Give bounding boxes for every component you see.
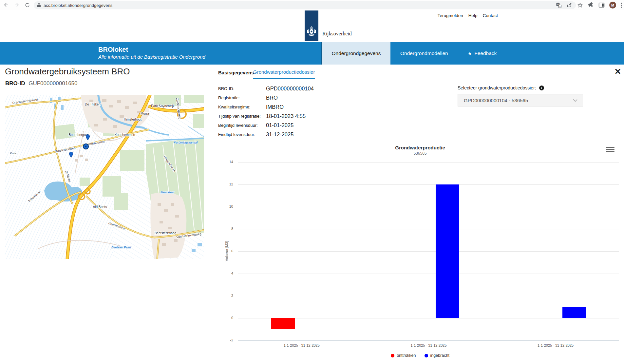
y-tick-label: 0 <box>218 316 233 320</box>
kebab-menu-icon[interactable] <box>621 3 622 8</box>
rijksoverheid-crest-icon <box>305 10 318 41</box>
tab-basisgegevens[interactable]: Basisgegevens <box>218 66 254 79</box>
detail-fields: BRO-ID:GPD000000000104Registratie:BROKwa… <box>218 84 314 139</box>
info-icon[interactable]: i <box>539 86 544 90</box>
translate-icon[interactable]: A a <box>556 2 562 8</box>
field-value: 31-12-2025 <box>266 131 293 138</box>
brand-block[interactable]: BROloket Alle informatie uit de Basisreg… <box>98 46 205 60</box>
map-label: Beetster Feart <box>111 245 131 249</box>
map-label: Park Suyderwijk <box>151 104 175 108</box>
bar-ingebracht[interactable] <box>436 184 459 318</box>
legend-marker-icon <box>391 354 394 357</box>
nav-item-ondergrondmodellen[interactable]: Ondergrondmodellen <box>390 42 458 65</box>
field-row: Eindtijd levensduur:31-12-2025 <box>218 130 314 139</box>
close-button[interactable]: ✕ <box>613 66 623 77</box>
legend-label: onttrokken <box>397 353 416 358</box>
chart-title: Grondwaterproductie <box>216 145 624 150</box>
field-value: BRO <box>266 95 278 101</box>
dossier-select[interactable]: GPD000000000104 - 536565 <box>458 94 583 106</box>
y-tick-label: -2 <box>218 338 233 342</box>
star-icon: ★ <box>468 51 472 56</box>
field-label: Kwaliteitsregime: <box>218 105 266 109</box>
field-row: Registratie:BRO <box>218 93 314 102</box>
back-button[interactable] <box>2 1 10 9</box>
site-header: Rijksoverheid TerugmeldenHelpContact <box>0 10 624 42</box>
logo-wordmark: Rijksoverheid <box>322 31 352 37</box>
reload-button[interactable] <box>23 1 31 9</box>
gridline <box>238 274 619 274</box>
chart-legend: onttrokkeningebracht <box>216 353 624 358</box>
y-tick-label: 10 <box>218 204 233 208</box>
field-label: Begintijd levensduur: <box>218 123 266 128</box>
nav-item-ondergrondgegevens[interactable]: Ondergrondgegevens <box>321 42 390 65</box>
nav-item-label: Ondergrondmodellen <box>400 50 448 56</box>
gridline <box>238 229 619 229</box>
y-tick-label: 8 <box>218 227 233 231</box>
map-label: Boornbergum <box>69 133 89 137</box>
header-links: TerugmeldenHelpContact <box>438 13 498 18</box>
map-label: Ferbiningskanaal <box>174 141 198 144</box>
field-label: Registratie: <box>218 95 266 100</box>
forward-button[interactable] <box>12 1 21 9</box>
extensions-puzzle-icon[interactable] <box>588 2 594 8</box>
map-label: Krite <box>10 151 16 155</box>
map-label: Morra <box>141 112 149 115</box>
y-tick-label: 12 <box>218 182 233 186</box>
field-value: 18-01-2023 4:55 <box>266 113 306 119</box>
header-link-terugmelden[interactable]: Terugmelden <box>438 13 463 18</box>
field-row: BRO-ID:GPD000000000104 <box>218 84 314 93</box>
y-tick-label: 4 <box>218 271 233 275</box>
bro-id-value: GUF000000001650 <box>28 80 77 86</box>
reload-icon <box>25 2 30 8</box>
section-divider <box>216 140 619 140</box>
detail-tabs: BasisgegevensGrondwaterproductiedossier <box>216 66 624 79</box>
field-value: IMBRO <box>266 104 284 110</box>
navbar-menu: OndergrondgegevensOndergrondmodellen★Fee… <box>321 42 506 65</box>
share-icon[interactable] <box>566 2 573 8</box>
x-axis-line <box>238 340 619 341</box>
browser-toolbar: acc.broloket.nl/ondergrondgegevens A a <box>0 0 624 10</box>
map-label: De Trisken <box>85 103 101 106</box>
page: acc.broloket.nl/ondergrondgegevens A a <box>0 0 624 364</box>
legend-item-onttrokken[interactable]: onttrokken <box>391 353 416 358</box>
grondwaterproductie-chart: Grondwaterproductie 536565 Volume (M3) -… <box>216 141 624 364</box>
page-title: Grondwatergebruiksysteem BRO <box>5 67 130 77</box>
back-icon <box>3 2 9 8</box>
main-navbar: BROloket Alle informatie uit de Basisreg… <box>0 42 624 65</box>
header-link-help[interactable]: Help <box>468 13 478 18</box>
field-value: 01-01-2025 <box>266 122 293 128</box>
url-text: acc.broloket.nl/ondergrondgegevens <box>44 3 112 8</box>
bar-onttrokken[interactable] <box>271 318 295 329</box>
gridline <box>238 162 619 163</box>
url-bar[interactable]: acc.broloket.nl/ondergrondgegevens <box>34 1 576 9</box>
tab-grondwaterproductiedossier[interactable]: Grondwaterproductiedossier <box>253 66 315 79</box>
bar-ingebracht[interactable] <box>562 307 586 318</box>
chart-menu-button[interactable] <box>606 145 615 153</box>
bookmark-star-icon[interactable] <box>577 2 583 8</box>
legend-marker-icon <box>425 354 428 357</box>
legend-label: ingebracht <box>430 353 449 358</box>
gridline <box>238 318 619 318</box>
nav-item-feedback[interactable]: ★Feedback <box>458 42 507 65</box>
legend-item-ingebracht[interactable]: ingebracht <box>425 353 449 358</box>
field-row: Tijdstip van registratie:18-01-2023 4:55 <box>218 111 314 121</box>
brand-tagline: Alle informatie uit de Basisregistratie … <box>98 53 205 60</box>
header-link-contact[interactable]: Contact <box>482 13 498 18</box>
map[interactable]: Drachtster HeaweiDe TriskenPark Suyderwi… <box>5 95 204 259</box>
map-cluster-marker[interactable] <box>83 144 88 149</box>
field-row: Begintijd levensduur:01-01-2025 <box>218 121 314 130</box>
chart-subtitle: 536565 <box>216 151 624 156</box>
map-label: Beetsterzwaag <box>155 231 176 235</box>
dossier-selector-label: Selecteer grondwaterproductiedossier: <box>458 85 536 90</box>
field-label: Tijdstip van registratie: <box>218 114 266 119</box>
map-canvas: Drachtster HeaweiDe TriskenPark Suyderwi… <box>5 95 204 259</box>
profile-avatar[interactable]: M <box>609 2 616 9</box>
gridline <box>238 251 619 252</box>
map-label: Himsterhout <box>124 118 142 121</box>
field-label: Eindtijd levensduur: <box>218 132 266 137</box>
nav-item-label: Ondergrondgegevens <box>332 50 381 56</box>
map-label: Mearsfeat <box>161 190 175 194</box>
x-category-label: 1-1-2025 - 31-12-2025 <box>520 343 592 347</box>
field-row: Kwaliteitsregime:IMBRO <box>218 102 314 111</box>
side-panel-icon[interactable] <box>598 2 605 8</box>
